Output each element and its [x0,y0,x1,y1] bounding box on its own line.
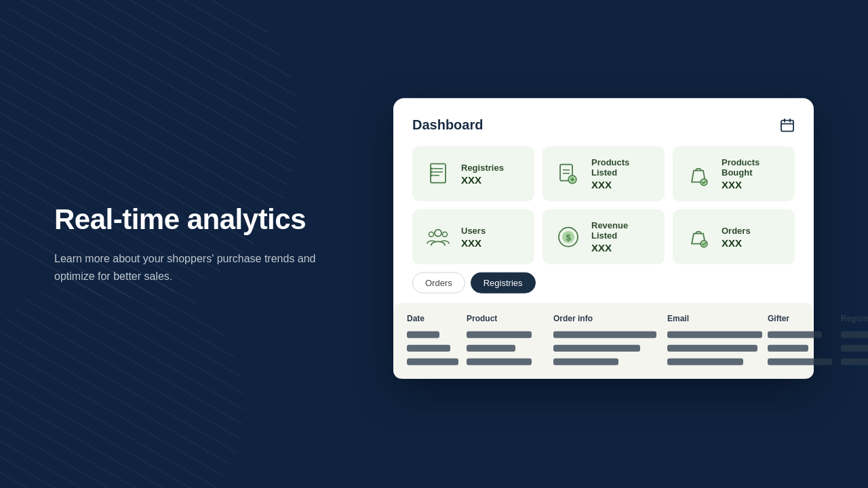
svg-text:$: $ [566,232,571,242]
stat-card-revenue-listed: $ Revenue Listed XXX [542,209,665,264]
svg-point-10 [431,174,433,176]
table-section: Date Product Order info Email Gifter Reg… [393,303,814,379]
tab-registries[interactable]: Registries [471,272,536,293]
svg-point-8 [431,167,433,169]
users-icon [423,222,453,251]
orders-bag-icon [684,222,713,251]
tab-orders[interactable]: Orders [412,272,465,293]
svg-point-9 [431,171,433,173]
stat-value-users: XXX [461,237,486,248]
hero-title: Real-time analytics [54,203,346,237]
stat-value-registries: XXX [461,174,504,185]
stats-grid-row1: Registries XXX Products Listed XXX [412,146,795,201]
cell-bar [667,359,743,365]
dashboard-card: Dashboard [393,98,814,379]
cell-bar [768,359,832,365]
dashboard-title: Dashboard [412,117,483,133]
svg-point-17 [701,178,707,185]
stat-value-products-listed: XXX [591,179,654,190]
stat-card-registries: Registries XXX [412,146,534,201]
table-header: Date Product Order info Email Gifter Reg… [407,314,800,323]
cell-bar [667,331,762,338]
cell-bar [667,345,757,352]
stat-value-orders: XXX [722,237,751,248]
table-row [407,331,800,338]
shopping-bag-icon [684,159,713,188]
stats-grid-row2: Users XXX $ Revenue Listed XXX [412,209,795,264]
cell-bar [553,331,656,338]
col-header-product: Product [467,314,548,323]
col-header-gifter: Gifter [768,314,835,323]
svg-rect-4 [431,163,446,182]
cell-bar [768,331,822,338]
tag-icon [553,159,583,188]
cell-bar [407,331,439,338]
stat-label-products-bought: Products Bought [722,157,784,178]
cell-bar [467,331,532,338]
dollar-circle-icon: $ [553,222,583,251]
stat-label-users: Users [461,225,486,235]
svg-point-20 [443,232,448,237]
stat-value-revenue-listed: XXX [591,242,654,253]
table-body [407,331,800,365]
col-header-email: Email [667,314,762,323]
cell-bar [841,359,868,365]
hero-section: Real-time analytics Learn more about you… [54,203,346,285]
svg-point-18 [435,229,441,236]
cell-bar [841,331,868,338]
cell-bar [553,345,640,352]
svg-point-19 [429,232,434,237]
cell-bar [407,359,458,365]
stat-label-registries: Registries [461,162,504,172]
cell-bar [467,359,532,365]
dashboard-header: Dashboard [412,117,795,133]
cell-bar [768,345,808,352]
col-header-date: Date [407,314,461,323]
col-header-registry: Registry [841,314,868,323]
svg-rect-0 [781,120,793,131]
tabs-row: Orders Registries [412,272,795,293]
stat-card-users: Users XXX [412,209,534,264]
cell-bar [467,345,515,352]
document-list-icon [423,159,453,188]
svg-point-24 [701,240,707,247]
table-row [407,345,800,352]
cell-bar [841,345,868,352]
cell-bar [553,359,618,365]
col-header-order-info: Order info [553,314,662,323]
stat-card-products-bought: Products Bought XXX [673,146,795,201]
stat-card-orders: Orders XXX [673,209,795,264]
stat-label-orders: Orders [722,225,751,235]
stat-value-products-bought: XXX [722,179,784,190]
hero-subtitle: Learn more about your shoppers' purchase… [54,251,346,285]
stat-card-products-listed: Products Listed XXX [542,146,665,201]
stat-label-products-listed: Products Listed [591,157,654,178]
calendar-icon[interactable] [780,117,795,132]
stat-label-revenue-listed: Revenue Listed [591,220,654,241]
cell-bar [407,345,450,352]
table-row [407,359,800,365]
